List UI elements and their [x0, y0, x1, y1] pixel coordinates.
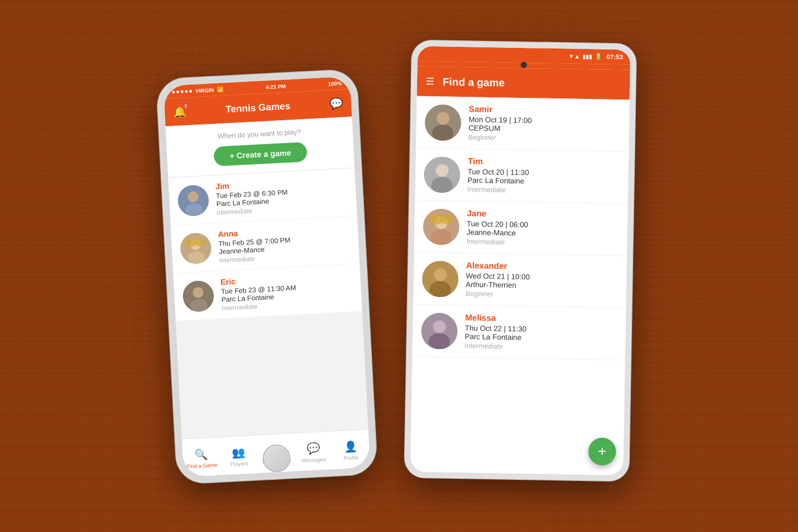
ios-phone: VIRGIN 📶 4:21 PM 100% 🔔 2 Tennis Games 💬…: [156, 70, 377, 484]
messages-icon: 💬: [306, 442, 320, 455]
android-game-name-jane: Jane: [467, 209, 619, 221]
tab-profile[interactable]: 👤 Profile: [331, 437, 369, 462]
ios-game-info-eric: Eric Tue Feb 23 @ 11:30 AM Parc La Fonta…: [220, 271, 353, 312]
battery-icon: 🔋: [595, 53, 602, 60]
ios-game-info-anna: Anna Thu Feb 25 @ 7:00 PM Jeanne-Mance I…: [218, 223, 351, 264]
notification-badge: 2: [181, 102, 189, 110]
android-game-info-jane: Jane Tue Oct 20 | 06:00 Jeanne-Mance Int…: [466, 209, 619, 248]
hamburger-menu-icon[interactable]: ☰: [425, 76, 434, 87]
android-game-info-samir: Samir Mon Oct 19 | 17:00 CEPSUM Beginner: [468, 104, 621, 144]
create-game-button[interactable]: + Create a game: [213, 142, 307, 167]
android-avatar-samir: [425, 104, 461, 140]
android-game-level-tim: Intermediate: [467, 185, 619, 196]
tab-messages-label: Messages: [301, 456, 326, 463]
tab-find-a-game-label: Find a Game: [186, 462, 217, 469]
profile-icon: 👤: [343, 440, 357, 453]
players-icon: 👥: [231, 446, 245, 459]
samir-avatar-image: [425, 104, 461, 140]
jim-avatar-image: [177, 184, 209, 217]
tab-find-a-game[interactable]: 🔍 Find a Game: [182, 445, 220, 470]
ios-header-title: Tennis Games: [225, 101, 290, 115]
android-game-info-tim: Tim Tue Oct 20 | 11:30 Parc La Fontaine …: [467, 156, 620, 196]
android-avatar-tim: [423, 156, 460, 193]
notification-bell-icon[interactable]: 🔔 2: [172, 105, 186, 118]
android-screen: ▼▲ ▮▮▮ 🔋 07:53 ☰ Find a game: [410, 46, 630, 476]
ios-carrier: VIRGIN 📶: [172, 86, 223, 95]
anna-avatar-image: [179, 232, 212, 264]
android-game-name-alexander: Alexander: [466, 261, 618, 273]
android-avatar-alexander: [421, 260, 458, 297]
android-game-item-tim[interactable]: Tim Tue Oct 20 | 11:30 Parc La Fontaine …: [415, 148, 629, 204]
tab-profile-label: Profile: [343, 454, 359, 461]
message-bubble-icon[interactable]: 💬: [329, 97, 343, 110]
ios-game-item-eric[interactable]: Eric Tue Feb 23 @ 11:30 AM Parc La Fonta…: [173, 264, 362, 321]
android-camera: [520, 62, 527, 68]
android-avatar-jane: [422, 208, 459, 245]
android-game-item-melissa[interactable]: Melissa Thu Oct 22 | 11:30 Parc La Fonta…: [412, 304, 626, 360]
android-game-name-samir: Samir: [468, 104, 620, 117]
ios-time: 4:21 PM: [265, 83, 286, 90]
android-game-level-jane: Intermediate: [466, 237, 618, 248]
android-game-item-alexander[interactable]: Alexander Wed Oct 21 | 10:00 Arthur-Ther…: [413, 253, 627, 309]
android-game-name-tim: Tim: [468, 156, 620, 169]
android-header: ☰ Find a game: [417, 66, 630, 100]
ios-avatar-eric: [182, 280, 214, 312]
android-games-list: Samir Mon Oct 19 | 17:00 CEPSUM Beginner…: [410, 96, 629, 476]
android-game-name-melissa: Melissa: [465, 313, 617, 325]
android-game-level-melissa: Intermediate: [464, 342, 617, 352]
android-game-item-samir[interactable]: Samir Mon Oct 19 | 17:00 CEPSUM Beginner: [415, 96, 629, 152]
android-game-info-melissa: Melissa Thu Oct 22 | 11:30 Parc La Fonta…: [464, 313, 617, 352]
jane-avatar-image: [422, 208, 459, 245]
android-header-title: Find a game: [442, 76, 504, 89]
android-status-icons: ▼▲ ▮▮▮ 🔋: [568, 53, 602, 60]
android-phone: ▼▲ ▮▮▮ 🔋 07:53 ☰ Find a game: [405, 40, 636, 480]
search-icon: 🔍: [194, 447, 208, 461]
ios-create-subtitle: When do you want to play?: [174, 126, 344, 143]
signal-icon: ▮▮▮: [583, 53, 592, 60]
ios-games-list: Jim Tue Feb 23 @ 6:30 PM Parc La Fontain…: [168, 168, 368, 439]
ios-avatar-anna: [179, 232, 212, 264]
android-game-item-jane[interactable]: Jane Tue Oct 20 | 06:00 Jeanne-Mance Int…: [414, 201, 628, 256]
melissa-avatar-image: [421, 312, 458, 349]
android-avatar-melissa: [421, 312, 458, 349]
android-fab[interactable]: +: [588, 437, 616, 466]
android-game-info-alexander: Alexander Wed Oct 21 | 10:00 Arthur-Ther…: [465, 261, 618, 300]
tim-avatar-image: [423, 156, 460, 193]
android-time: 07:53: [606, 53, 623, 61]
tab-players-label: Players: [230, 460, 248, 467]
tab-messages[interactable]: 💬 Messages: [294, 439, 332, 464]
alexander-avatar-image: [421, 260, 458, 297]
ios-battery: 100%: [328, 80, 342, 87]
android-game-level-alexander: Beginner: [465, 289, 617, 300]
ios-avatar-jim: [177, 184, 209, 217]
android-game-level-samir: Beginner: [468, 133, 620, 144]
tab-players[interactable]: 👥 Players: [219, 443, 257, 468]
eric-avatar-image: [182, 280, 214, 312]
wifi-icon: ▼▲: [568, 53, 580, 60]
ios-content: When do you want to play? + Create a gam…: [165, 117, 368, 439]
ios-game-info-jim: Jim Tue Feb 23 @ 6:30 PM Parc La Fontain…: [215, 175, 348, 217]
ios-create-section: When do you want to play? + Create a gam…: [165, 117, 355, 178]
